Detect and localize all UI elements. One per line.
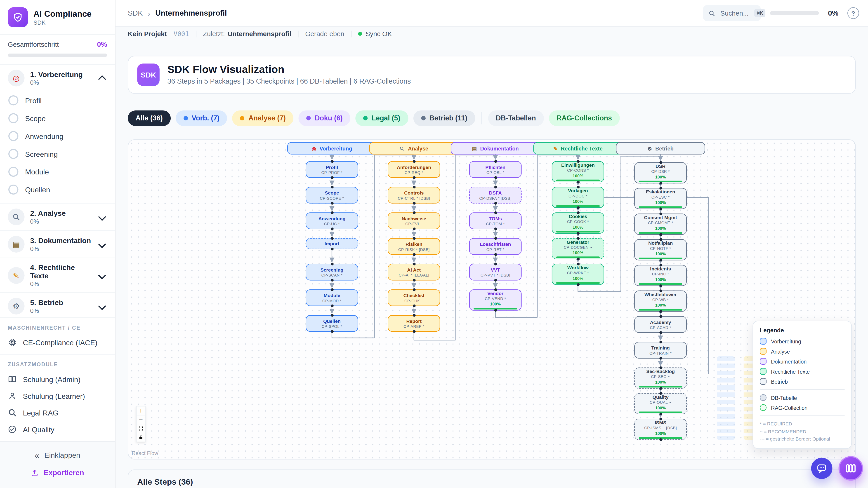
react-flow-attribution[interactable]: React Flow (131, 450, 158, 456)
sidebar-section-2-analyse[interactable]: 2. Analyse0% (0, 203, 115, 230)
filter-pill-betrieb[interactable]: Betrieb (11) (413, 110, 475, 126)
sidebar-section-3-dokumentation[interactable]: ▤3. Dokumentation0% (0, 231, 115, 258)
app-root: AI Compliance SDK Gesamtfortschritt 0% ◎… (0, 0, 868, 488)
flow-node-workflow[interactable]: WorkflowCP-WRKF *100% (552, 264, 604, 285)
legend-item-doku: Dokumentation (760, 358, 844, 365)
overall-progress: Gesamtfortschritt 0% (0, 35, 115, 64)
flow-node-dsr[interactable]: DSRCP-DSR *100% (634, 162, 687, 184)
sidebar-section-5-betrieb[interactable]: ⚙5. Betrieb0% (0, 293, 115, 318)
flow-package-header-legal[interactable]: ✎Rechtliche Texte (533, 142, 622, 154)
lock-icon[interactable] (136, 433, 146, 442)
sidebar-footer: « Einklappen Exportieren (0, 441, 115, 488)
legend-swatch-icon (760, 368, 767, 375)
app-subtitle: SDK (33, 19, 92, 26)
legend-notes: * = REQUIRED~ = RECOMMENDED--- = gestric… (760, 421, 844, 443)
chevron-down-icon (98, 271, 106, 279)
filter-dot-icon (306, 116, 311, 121)
flow-package-header-vorb[interactable]: ◎Vorbereitung (287, 142, 377, 154)
flow-node-scope[interactable]: ScopeCP-SCOPE * (306, 187, 358, 203)
sidebar-link-ce-compliance-iace[interactable]: CE-Compliance (IACE) (0, 334, 115, 351)
chat-button[interactable] (811, 458, 832, 479)
sidebar: AI Compliance SDK Gesamtfortschritt 0% ◎… (0, 0, 116, 488)
flow-node-screening[interactable]: ScreeningCP-SCAN * (306, 264, 358, 281)
flow-node-vvt[interactable]: VVTCP-VVT * [DSB] (469, 264, 522, 281)
filter-pill-doku[interactable]: Doku (6) (299, 110, 350, 126)
breadcrumb-separator-icon: › (148, 8, 150, 18)
flow-node-consent-mgmt[interactable]: Consent MgmtCP-CMGMT *100% (634, 214, 687, 235)
flow-node-anwendung[interactable]: AnwendungCP-UC * (306, 213, 358, 229)
help-icon[interactable]: ? (847, 7, 859, 19)
gear-icon: ⚙ (647, 145, 652, 151)
flow-node-dsfa[interactable]: DSFACP-DSFA * [DSB] (469, 187, 522, 203)
zoom-in-icon[interactable]: + (136, 406, 146, 416)
flow-node-isms[interactable]: ISMSCP-ISMS ~ [DSB]100% (634, 419, 687, 440)
flow-node-loeschfristen[interactable]: LoeschfristenCP-RET * (469, 238, 522, 255)
legend-circle-icon (760, 394, 767, 401)
flow-node-vendor[interactable]: VendorCP-VEND *100% (469, 289, 522, 311)
flow-node-whistleblower[interactable]: WhistleblowerCP-WB *100% (634, 291, 687, 312)
flow-node-quellen[interactable]: QuellenCP-SPOL * (306, 315, 358, 332)
flow-package-header-betrieb[interactable]: ⚙Betrieb (616, 142, 705, 154)
sidebar-link-ai-quality[interactable]: AI Quality (0, 421, 115, 437)
flow-node-import[interactable]: Import (306, 238, 358, 249)
flow-node-sec-backlog[interactable]: Sec-BacklogCP-SEC ~100% (634, 367, 687, 389)
flow-canvas[interactable]: Legende VorbereitungAnalyseDokumentation… (128, 139, 856, 459)
flow-node-report[interactable]: ReportCP-AREP * (388, 315, 440, 332)
flow-node-notfallplan[interactable]: NotfallplanCP-NOTF *100% (634, 239, 687, 260)
search-box[interactable]: ⌘K (703, 5, 761, 21)
filter-pill-db[interactable]: DB-Tabellen (488, 110, 544, 126)
export-button[interactable]: Exportieren (0, 464, 115, 481)
filter-pill-all[interactable]: Alle (36) (128, 110, 170, 126)
flow-node-training[interactable]: TrainingCP-TRAIN * (634, 342, 687, 359)
sidebar-item-anwendung[interactable]: Anwendung (0, 127, 115, 145)
filter-dot-icon (183, 116, 188, 121)
flow-node-generator[interactable]: GeneratorCP-DOCGEN ~100% (552, 238, 604, 259)
flow-node-vorlagen[interactable]: VorlagenCP-DOC *100% (552, 187, 604, 208)
flow-node-module[interactable]: ModuleCP-MOD * (306, 289, 358, 306)
flow-node-checklist[interactable]: ChecklistCP-CHK ~ (388, 289, 440, 306)
sidebar-section-4-rechtliche-texte[interactable]: ✎4. Rechtliche Texte0% (0, 258, 115, 292)
flow-controls: + − (136, 406, 146, 442)
flow-node-risiken[interactable]: RisikenCP-RISK * [DSB] (388, 238, 440, 255)
flow-node-academy[interactable]: AcademyCP-ACAD * (634, 316, 687, 333)
flow-node-einwilligungen[interactable]: EinwilligungenCP-CONS *100% (552, 161, 604, 182)
flow-node-toms[interactable]: TOMsCP-TOM * (469, 213, 522, 229)
sidebar-link-schulung-admin[interactable]: Schulung (Admin) (0, 371, 115, 387)
node-progress-bar (556, 282, 600, 284)
fit-view-icon[interactable] (136, 424, 146, 433)
sidebar-item-quellen[interactable]: Quellen (0, 181, 115, 199)
zoom-out-icon[interactable]: − (136, 415, 146, 424)
node-progress-bar (556, 205, 600, 207)
flow-node-eskalationen[interactable]: EskalationenCP-ESC *100% (634, 188, 687, 209)
flow-node-profil[interactable]: ProfilCP-PROF * (306, 161, 358, 178)
panel-toggle-button[interactable] (838, 456, 863, 481)
filter-pill-vorb[interactable]: Vorb. (7) (176, 110, 227, 126)
flow-package-header-analyse[interactable]: Analyse (369, 142, 459, 154)
sidebar-item-module[interactable]: Module (0, 163, 115, 181)
sidebar-item-screening[interactable]: Screening (0, 145, 115, 163)
status-circle-icon (8, 131, 18, 141)
filter-pill-analyse[interactable]: Analyse (7) (232, 110, 293, 126)
legend-item-rag: RAG-Collection (760, 404, 844, 411)
breadcrumb-root[interactable]: SDK (128, 9, 143, 17)
sidebar-link-schulung-learner[interactable]: Schulung (Learner) (0, 387, 115, 404)
flow-node-nachweise[interactable]: NachweiseCP-EVI ~ (388, 213, 440, 229)
search-input[interactable] (719, 8, 750, 18)
status-circle-icon (8, 149, 18, 159)
collapse-sidebar-button[interactable]: « Einklappen (0, 447, 115, 464)
flow-node-ai-act[interactable]: AI ActCP-AI * [LEGAL] (388, 264, 440, 281)
sidebar-link-legal-rag[interactable]: Legal RAG (0, 404, 115, 421)
flow-node-pflichten[interactable]: PflichtenCP-OBL * (469, 161, 522, 178)
flow-node-incidents[interactable]: IncidentsCP-INC *100% (634, 265, 687, 286)
sidebar-item-profil[interactable]: Profil (0, 92, 115, 109)
filter-pill-legal[interactable]: Legal (5) (355, 110, 408, 126)
flow-node-anforderungen[interactable]: AnforderungenCP-REQ * (388, 161, 440, 178)
version-badge: V001 (174, 30, 189, 38)
sidebar-section-1-vorbereitung[interactable]: ◎1. Vorbereitung0% (0, 65, 115, 91)
flow-node-cookies[interactable]: CookiesCP-COOK *100% (552, 213, 604, 234)
filter-pill-rag[interactable]: RAG-Collections (549, 110, 620, 126)
sidebar-item-scope[interactable]: Scope (0, 109, 115, 127)
flow-package-header-doku[interactable]: ▤Dokumentation (451, 142, 540, 154)
flow-node-controls[interactable]: ControlsCP-CTRL * [DSB] (388, 187, 440, 203)
flow-node-quality[interactable]: QualityCP-QUAL ~100% (634, 393, 687, 414)
